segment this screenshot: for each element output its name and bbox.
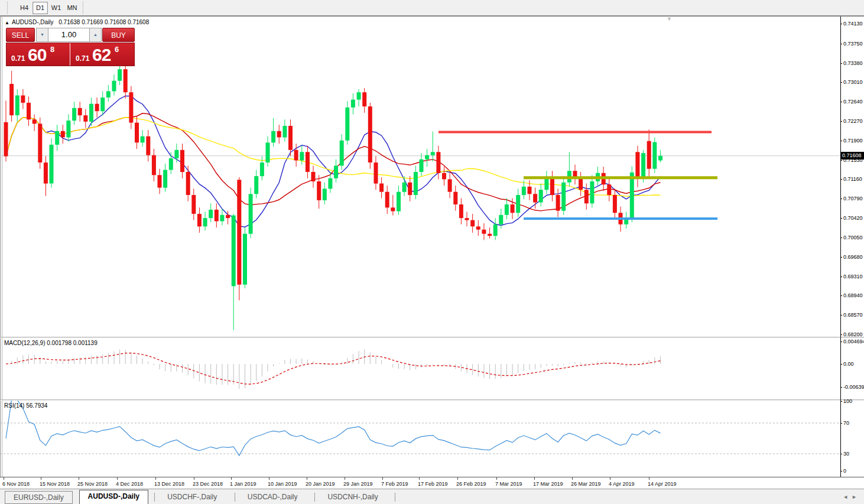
date-axis-tick [534, 477, 535, 480]
rsi-axis-tick [840, 423, 842, 424]
sell-price-display[interactable]: 0.71 60 8 [7, 43, 70, 66]
tab-separator [235, 493, 235, 502]
tab-scroll-right-icon[interactable]: ► [852, 494, 860, 500]
timeframe-button-h4[interactable]: H4 [17, 2, 32, 14]
volume-decrease-icon[interactable]: ▼ [36, 28, 48, 42]
timeframe-button-w1[interactable]: W1 [48, 2, 64, 14]
timeframe-button-mn[interactable]: MN [64, 2, 80, 14]
window-left-border [0, 16, 1, 477]
symbol-tab-bar: ◄► EURUSD-,DailyAUDUSD-,DailyUSDCHF-,Dai… [0, 489, 864, 504]
price-axis-tick [840, 63, 842, 64]
date-axis-tick [269, 477, 269, 480]
macd-rsi-separator[interactable] [0, 399, 864, 401]
buy-price-display[interactable]: 0.71 62 6 [71, 43, 135, 66]
price-axis-label: 0.73010 [843, 79, 863, 85]
volume-input[interactable]: 1.00 [48, 28, 89, 42]
price-axis-tick [840, 218, 842, 219]
symbol-period-label: AUDUSD-,Daily [12, 19, 54, 25]
tab-separator [154, 493, 155, 502]
rsi-axis-label: 0 [843, 468, 846, 474]
date-axis-tick [41, 477, 41, 480]
price-axis-label: 0.72640 [843, 99, 863, 105]
window-left-border-light [2, 16, 2, 477]
price-axis-tick [840, 277, 842, 277]
price-axis-label: 0.70420 [843, 215, 863, 221]
tab-usdcad-daily[interactable]: USDCAD-,Daily [239, 491, 306, 504]
price-axis-tick [840, 238, 842, 238]
collapse-trade-panel-icon[interactable]: ▲ [5, 20, 9, 25]
tab-eurusd-daily[interactable]: EURUSD-,Daily [5, 491, 73, 504]
trading-terminal-window: H4D1W1MN ▲AUDUSD-,Daily 0.71638 0.71669 … [0, 0, 864, 504]
toolbar-separator [7, 1, 8, 14]
macd-axis-label: 0.004694 [843, 339, 864, 344]
timeframe-button-d1[interactable]: D1 [33, 2, 48, 14]
price-axis-tick [840, 179, 842, 180]
date-axis-label: 6 Nov 2018 [2, 481, 30, 487]
date-axis-label: 4 Dec 2018 [116, 481, 143, 487]
date-axis-label: 13 Dec 2018 [154, 481, 184, 487]
sell-price-big: 60 [28, 45, 46, 65]
tab-usdcnh-daily[interactable]: USDCNH-,Daily [319, 491, 386, 504]
price-axis-tick [840, 141, 842, 141]
price-axis-tick [840, 257, 842, 258]
tab-usdchf-daily[interactable]: USDCHF-,Daily [159, 491, 225, 504]
date-axis-label: 4 Apr 2019 [609, 481, 635, 487]
rsi-axis-label: 30 [843, 451, 849, 457]
price-axis-label: 0.71160 [843, 176, 862, 182]
rsi-axis-tick [840, 454, 842, 454]
buy-button[interactable]: BUY [102, 28, 135, 42]
price-axis-label: 0.69310 [843, 274, 863, 279]
macd-axis-tick [840, 387, 842, 388]
macd-axis-tick [840, 364, 842, 365]
tab-audusd-daily[interactable]: AUDUSD-,Daily [79, 490, 148, 504]
tab-separator [314, 493, 315, 502]
price-axis-label: 0.71900 [843, 138, 863, 144]
macd-axis-tick [840, 342, 842, 342]
buy-price-big: 62 [92, 45, 111, 65]
date-axis-tick [382, 477, 383, 480]
buy-price-prefix: 0.71 [76, 54, 89, 63]
tab-scroll-left-icon[interactable]: ◄ [843, 494, 852, 500]
date-axis-tick [419, 477, 420, 480]
sell-price-pip: 8 [50, 45, 54, 54]
date-axis-label: 23 Dec 2018 [193, 481, 223, 487]
macd-axis-label: 0.00 [843, 361, 854, 367]
price-axis-label: 0.70050 [843, 235, 863, 240]
volume-increase-icon[interactable]: ▲ [89, 28, 102, 42]
date-axis-tick [496, 477, 497, 480]
date-axis-label: 17 Mar 2019 [533, 481, 563, 487]
rsi-indicator-label: RSI(14) 56.7934 [4, 402, 47, 409]
rsi-axis-label: 100 [843, 398, 852, 404]
rsi-axis-tick [840, 401, 842, 402]
macd-indicator-label: MACD(12,26,9) 0.001798 0.001139 [4, 340, 98, 346]
date-axis-tick [457, 477, 458, 480]
date-axis-tick [572, 477, 573, 480]
bid-ask-display: 0.71 60 8 0.71 62 6 [6, 43, 135, 66]
tab-separator [395, 493, 395, 502]
price-axis-tick [840, 102, 842, 102]
macd-axis-label: -0.00639 [843, 384, 864, 390]
date-axis-tick [79, 477, 79, 480]
date-axis-tick [155, 477, 156, 480]
price-axis-tick [840, 160, 842, 161]
price-axis-tick [840, 44, 842, 44]
chart-shift-marker-icon[interactable]: ▼ [667, 16, 672, 22]
price-axis-tick [840, 24, 842, 24]
date-axis-label: 7 Feb 2019 [381, 481, 408, 487]
sell-price-prefix: 0.71 [11, 54, 25, 63]
date-axis-label: 10 Jan 2019 [268, 481, 297, 487]
price-axis-label: 0.68940 [843, 292, 863, 298]
price-axis-label: 0.73750 [843, 41, 863, 47]
sell-button[interactable]: SELL [6, 28, 35, 42]
date-axis-label: 26 Feb 2019 [456, 481, 486, 487]
date-axis-label: 17 Feb 2019 [418, 481, 448, 487]
date-axis-label: 20 Jan 2019 [306, 481, 335, 487]
date-axis-tick [345, 477, 345, 480]
date-axis: 6 Nov 201815 Nov 201825 Nov 20184 Dec 20… [0, 477, 864, 489]
price-axis-tick [840, 82, 842, 83]
chart-symbol-title: ▲AUDUSD-,Daily 0.71638 0.71669 0.71608 0… [5, 19, 149, 25]
main-macd-separator[interactable] [0, 337, 864, 338]
buy-price-pip: 6 [115, 45, 119, 54]
rsi-axis-label: 70 [843, 420, 849, 426]
tab-scroll-arrows[interactable]: ◄► [843, 494, 860, 500]
